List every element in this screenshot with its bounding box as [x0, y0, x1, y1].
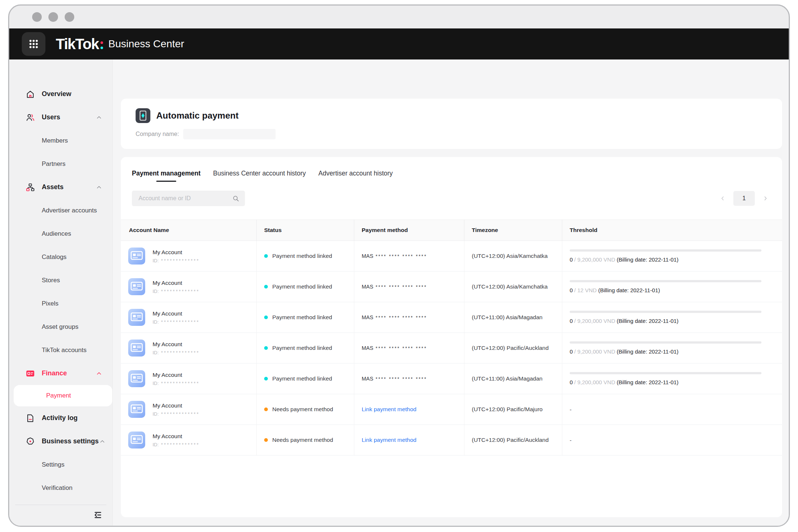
- account-name: My Account: [153, 372, 200, 378]
- sidebar-item-audiences[interactable]: Audiences: [9, 222, 112, 245]
- account: My AccountID:*************: [128, 370, 200, 387]
- account-id: ID:*************: [153, 319, 200, 325]
- threshold-billing-date: (Billing date: 2022-11-01): [617, 318, 678, 324]
- sidebar-item-label: Audiences: [42, 230, 103, 238]
- account-card-icon: [128, 370, 145, 387]
- threshold-billing-date: (Billing date: 2022-11-01): [617, 379, 678, 385]
- card-number-mask: **** **** **** ****: [375, 345, 427, 351]
- account-id-mask: *************: [161, 258, 200, 263]
- sidebar-item-tiktok-accounts[interactable]: TikTok accounts: [9, 338, 112, 362]
- sidebar-item-verification[interactable]: Verification: [9, 476, 112, 499]
- threshold-used: 0: [570, 256, 573, 263]
- account-id-label: ID:: [153, 289, 159, 294]
- window-dot-icon[interactable]: [48, 12, 58, 22]
- timezone-value: (UTC+12:00) Pacific/Auckland: [472, 437, 549, 443]
- threshold: 0/ 9,200,000 VND(Billing date: 2022-11-0…: [570, 372, 782, 385]
- collapse-sidebar-icon[interactable]: [92, 509, 104, 521]
- sidebar-item-partners[interactable]: Partners: [9, 152, 112, 175]
- sidebar-item-catalogs[interactable]: Catalogs: [9, 245, 112, 269]
- page-prev-icon[interactable]: [717, 191, 728, 205]
- status-label: Payment method linked: [272, 283, 332, 290]
- sidebar-item-overview[interactable]: Overview: [9, 82, 112, 106]
- window-dot-icon[interactable]: [32, 12, 42, 22]
- sidebar-item-payment[interactable]: Payment: [14, 385, 112, 406]
- threshold-used: 0: [570, 379, 573, 385]
- payment-method-cell: MAS**** **** **** ****: [354, 272, 464, 302]
- link-payment-method-link[interactable]: Link payment method: [362, 406, 416, 413]
- payment-method-cell: MAS**** **** **** ****: [354, 364, 464, 394]
- threshold: 0/ 9,200,000 VND(Billing date: 2022-11-0…: [570, 341, 782, 355]
- sidebar-item-asset-groups[interactable]: Asset groups: [9, 315, 112, 338]
- sidebar-item-assets[interactable]: Assets: [9, 175, 112, 199]
- timezone-cell: (UTC+12:00) Pacific/Auckland: [464, 425, 562, 455]
- tab-0[interactable]: Payment management: [132, 170, 201, 182]
- sidebar-item-members[interactable]: Members: [9, 129, 112, 152]
- account-id-label: ID:: [153, 350, 159, 355]
- card-brand: MAS: [362, 284, 373, 290]
- search-input[interactable]: [138, 195, 232, 202]
- timezone-cell: (UTC+11:00) Asia/Magadan: [464, 364, 562, 394]
- threshold-cell: 0/ 9,200,000 VND(Billing date: 2022-11-0…: [562, 241, 782, 271]
- active-tab-underline: [156, 181, 176, 182]
- link-payment-method-link[interactable]: Link payment method: [362, 437, 416, 443]
- table-row: My AccountID:*************Payment method…: [121, 333, 782, 364]
- account-id-mask: *************: [161, 381, 200, 386]
- apps-grid-icon[interactable]: [22, 32, 45, 56]
- account-name-cell: My AccountID:*************: [121, 425, 257, 455]
- sidebar-item-advertiser-accounts[interactable]: Advertiser accounts: [9, 199, 112, 222]
- threshold-empty: -: [570, 437, 572, 443]
- account-id-label: ID:: [153, 442, 159, 447]
- users-icon: [25, 113, 35, 122]
- account-search[interactable]: [132, 191, 245, 206]
- account-id-mask: *************: [161, 442, 200, 447]
- status-label: Payment method linked: [272, 314, 332, 321]
- threshold-billing-date: (Billing date: 2022-11-01): [598, 287, 660, 293]
- timezone-value: (UTC+12:00) Asia/Kamchatka: [472, 253, 548, 259]
- sidebar-item-label: Partners: [42, 160, 103, 168]
- card-brand: MAS: [362, 345, 373, 351]
- account-name: My Account: [153, 280, 200, 286]
- sidebar-item-finance[interactable]: Finance: [9, 362, 112, 385]
- tiktok-colon-icon: [100, 41, 103, 49]
- sidebar-item-pixels[interactable]: Pixels: [9, 292, 112, 315]
- timezone-value: (UTC+12:00) Pacific/Majuro: [472, 406, 543, 413]
- page-number[interactable]: 1: [733, 191, 755, 206]
- table-row: My AccountID:*************Needs payment …: [121, 425, 782, 456]
- account-card-icon: [128, 309, 145, 326]
- status-label: Payment method linked: [272, 345, 332, 351]
- status-cell: Payment method linked: [257, 302, 354, 332]
- threshold-text: 0/ 12 VND(Billing date: 2022-11-01): [570, 287, 761, 293]
- sidebar-item-label: Pixels: [42, 300, 103, 307]
- sidebar-item-users[interactable]: Users: [9, 106, 112, 129]
- page-header-card: Automatic payment Company name:: [121, 99, 782, 149]
- sidebar-item-stores[interactable]: Stores: [9, 269, 112, 292]
- sidebar-item-activity-log[interactable]: Activity log: [9, 406, 112, 430]
- sidebar-item-label: Settings: [42, 461, 103, 468]
- sidebar-item-label: Catalogs: [42, 253, 103, 261]
- status-linked-dot-icon: [264, 285, 268, 289]
- chevron-up-icon[interactable]: [95, 114, 103, 121]
- payment-method-cell: MAS**** **** **** ****: [354, 302, 464, 332]
- window-dot-icon[interactable]: [65, 12, 74, 22]
- tab-2[interactable]: Advertiser account history: [318, 170, 393, 182]
- sidebar-item-settings[interactable]: Settings: [9, 453, 112, 476]
- status-linked-dot-icon: [264, 377, 268, 381]
- timezone-cell: (UTC+12:00) Pacific/Auckland: [464, 333, 562, 363]
- account-name-cell: My AccountID:*************: [121, 272, 257, 302]
- timezone-value: (UTC+11:00) Asia/Magadan: [472, 375, 542, 382]
- chevron-up-icon[interactable]: [95, 370, 103, 377]
- search-icon[interactable]: [232, 195, 240, 202]
- account-id: ID:*************: [153, 381, 200, 386]
- threshold: 0/ 9,200,000 VND(Billing date: 2022-11-0…: [570, 311, 782, 324]
- card-brand: MAS: [362, 253, 373, 259]
- table-row: My AccountID:*************Payment method…: [121, 241, 782, 272]
- chevron-up-icon[interactable]: [95, 184, 103, 191]
- tab-1[interactable]: Business Center account history: [213, 170, 306, 182]
- table-header-row: Account NameStatusPayment methodTimezone…: [121, 219, 782, 241]
- page-next-icon[interactable]: [760, 191, 771, 205]
- chevron-up-icon[interactable]: [99, 438, 106, 445]
- threshold-cell: 0/ 12 VND(Billing date: 2022-11-01): [562, 272, 782, 302]
- sidebar-item-business-settings[interactable]: Business settings: [9, 430, 112, 453]
- tiktok-logo[interactable]: TikTok Business Center: [56, 36, 184, 52]
- status-needs-dot-icon: [264, 438, 268, 442]
